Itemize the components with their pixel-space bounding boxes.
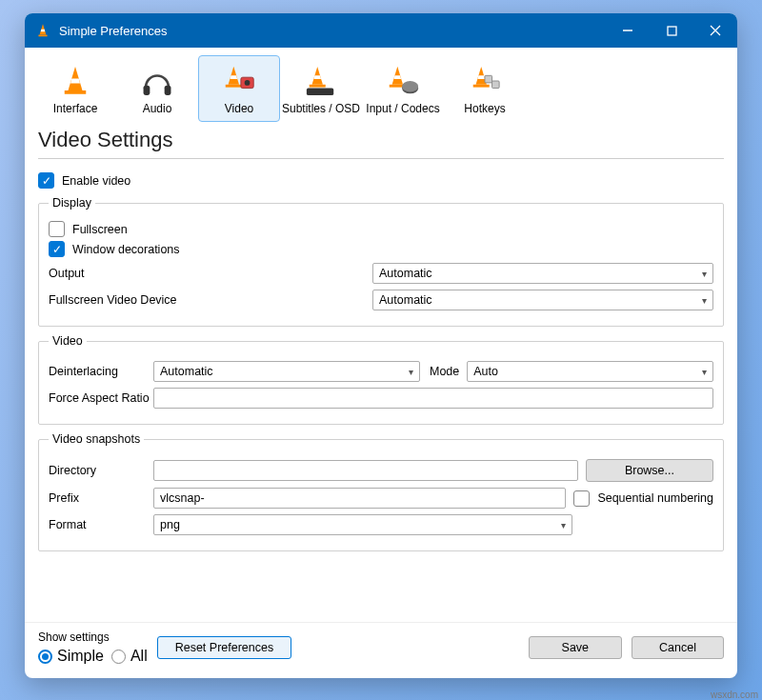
select-value: Automatic: [379, 293, 432, 307]
directory-label: Directory: [49, 464, 153, 477]
svg-rect-11: [310, 85, 326, 88]
cancel-button[interactable]: Cancel: [632, 636, 724, 659]
directory-input[interactable]: [153, 460, 578, 481]
app-icon: [34, 22, 51, 39]
checkbox-label: Window decorations: [72, 243, 180, 256]
mode-select[interactable]: Auto: [467, 361, 713, 382]
deinterlacing-select[interactable]: Automatic: [153, 361, 420, 382]
mode-label: Mode: [430, 365, 459, 378]
radio-label: Simple: [57, 648, 104, 665]
codecs-icon: [363, 60, 443, 98]
svg-rect-6: [144, 86, 150, 95]
radio-icon: [111, 650, 126, 664]
svg-point-15: [402, 81, 418, 91]
radio-label: All: [130, 648, 148, 665]
checkbox-label: Fullscreen: [72, 223, 128, 236]
output-label: Output: [49, 267, 372, 280]
tab-label: Hotkeys: [445, 102, 525, 115]
group-legend: Video snapshots: [49, 432, 144, 446]
sequential-numbering-checkbox[interactable]: Sequential numbering: [573, 490, 713, 507]
snapshots-group: Video snapshots Directory Browse... Pref…: [38, 432, 724, 551]
svg-rect-7: [165, 86, 171, 95]
video-icon: [199, 60, 279, 98]
svg-point-10: [245, 80, 251, 86]
titlebar: Simple Preferences: [25, 13, 737, 48]
svg-rect-8: [226, 85, 242, 88]
deinterlacing-label: Deinterlacing: [49, 365, 153, 378]
svg-rect-16: [473, 85, 490, 88]
browse-button[interactable]: Browse...: [586, 459, 713, 482]
group-legend: Video: [49, 334, 87, 348]
svg-rect-5: [65, 90, 87, 94]
chevron-down-icon: [409, 365, 413, 378]
page-title: Video Settings: [38, 128, 724, 152]
save-button[interactable]: Save: [529, 636, 623, 659]
svg-rect-18: [492, 81, 500, 89]
output-select[interactable]: Automatic: [372, 263, 713, 284]
force-aspect-label: Force Aspect Ratio: [49, 391, 153, 405]
content-area: Enable video Display Fullscreen Window d…: [25, 167, 737, 622]
format-label: Format: [49, 518, 153, 531]
checkbox-label: Enable video: [62, 174, 130, 188]
display-group: Display Fullscreen Window decorations Ou…: [38, 196, 724, 327]
headphones-icon: [117, 60, 197, 98]
watermark: wsxdn.com: [711, 690, 758, 700]
fullscreen-device-label: Fullscreen Video Device: [49, 293, 372, 307]
preferences-window: Simple Preferences Interface Audio Video: [25, 13, 737, 678]
maximize-button[interactable]: [650, 13, 693, 48]
group-legend: Display: [49, 196, 95, 210]
video-group: Video Deinterlacing Automatic Mode Auto …: [38, 334, 724, 425]
minimize-button[interactable]: [606, 13, 650, 48]
tab-label: Interface: [35, 102, 115, 115]
divider: [38, 158, 724, 159]
chevron-down-icon: [702, 293, 707, 307]
hotkeys-icon: [445, 60, 525, 98]
reset-preferences-button[interactable]: Reset Preferences: [157, 636, 292, 659]
category-toolbar: Interface Audio Video Subtitles / OSD In…: [25, 48, 737, 122]
checkbox-icon: [49, 241, 65, 257]
svg-rect-17: [485, 75, 492, 83]
radio-icon: [38, 650, 52, 664]
window-title: Simple Preferences: [59, 24, 606, 38]
prefix-input[interactable]: vlcsnap-: [153, 488, 566, 509]
checkbox-label: Sequential numbering: [597, 491, 713, 505]
close-button[interactable]: [693, 13, 737, 48]
svg-rect-2: [668, 27, 676, 35]
tab-input-codecs[interactable]: Input / Codecs: [362, 55, 444, 122]
select-value: Automatic: [160, 365, 213, 378]
select-value: Auto: [473, 365, 498, 378]
input-value: vlcsnap-: [160, 491, 205, 505]
tab-hotkeys[interactable]: Hotkeys: [444, 55, 526, 122]
subtitles-icon: [281, 60, 361, 98]
footer: Show settings Simple All Reset Preferenc…: [25, 622, 737, 678]
tab-video[interactable]: Video: [198, 55, 280, 122]
tab-label: Input / Codecs: [363, 102, 443, 115]
checkbox-icon: [49, 221, 65, 237]
window-decorations-checkbox[interactable]: Window decorations: [49, 241, 180, 257]
tab-subtitles[interactable]: Subtitles / OSD: [280, 55, 362, 122]
fullscreen-device-select[interactable]: Automatic: [372, 290, 713, 310]
format-select[interactable]: png: [153, 514, 572, 535]
tab-label: Audio: [117, 102, 197, 115]
show-settings-simple-radio[interactable]: Simple: [38, 648, 104, 665]
show-settings-all-radio[interactable]: All: [111, 648, 148, 665]
show-settings-label: Show settings: [38, 630, 148, 644]
force-aspect-input[interactable]: [153, 388, 713, 409]
enable-video-checkbox[interactable]: Enable video: [38, 172, 130, 189]
tab-label: Subtitles / OSD: [281, 102, 361, 115]
chevron-down-icon: [702, 365, 707, 378]
interface-icon: [35, 60, 115, 98]
svg-rect-0: [38, 35, 47, 37]
prefix-label: Prefix: [49, 491, 153, 505]
checkbox-icon: [38, 172, 54, 189]
fullscreen-checkbox[interactable]: Fullscreen: [49, 221, 128, 237]
chevron-down-icon: [561, 518, 566, 531]
select-value: Automatic: [379, 267, 432, 280]
tab-audio[interactable]: Audio: [116, 55, 198, 122]
select-value: png: [160, 518, 180, 531]
svg-rect-12: [307, 89, 333, 96]
tab-label: Video: [199, 102, 279, 115]
tab-interface[interactable]: Interface: [34, 55, 116, 122]
chevron-down-icon: [702, 267, 707, 280]
checkbox-icon: [573, 490, 590, 507]
